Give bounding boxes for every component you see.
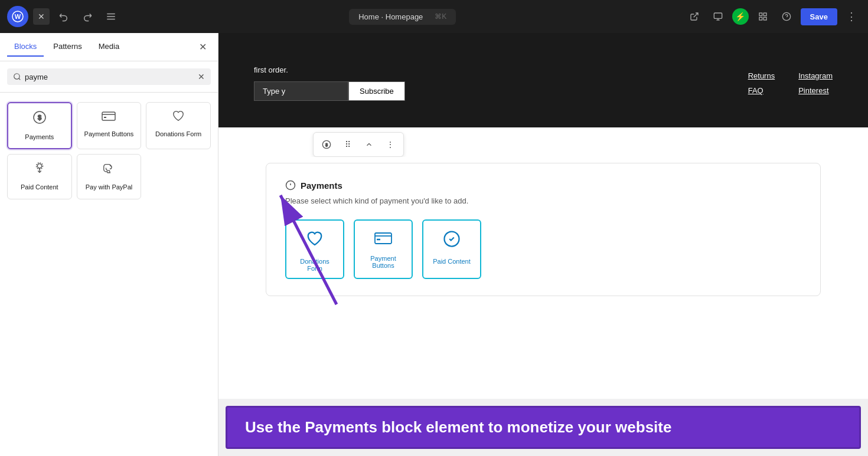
tab-patterns[interactable]: Patterns xyxy=(46,37,89,57)
svg-rect-12 xyxy=(763,17,766,20)
block-label-donations-form: Donations Form xyxy=(155,130,201,138)
toolbar-more-button[interactable]: ⋮ xyxy=(381,135,400,154)
svg-rect-11 xyxy=(759,17,762,20)
main-layout: Blocks Patterns Media ✕ ✕ $ Payments xyxy=(0,33,868,456)
page-footer-section: first order. Subscribe Returns FAQ Insta… xyxy=(218,33,868,127)
payments-block-icon xyxy=(285,180,296,191)
svg-text:W: W xyxy=(15,13,21,20)
keyboard-shortcut: ⌘K xyxy=(435,12,446,21)
svg-rect-9 xyxy=(759,13,762,16)
canvas-white-space xyxy=(218,308,868,399)
block-label-paid-content: Paid Content xyxy=(21,183,58,191)
svg-rect-6 xyxy=(714,13,722,18)
footer-link-faq[interactable]: FAQ xyxy=(748,86,775,95)
help-button[interactable] xyxy=(777,7,796,26)
svg-rect-29 xyxy=(375,233,391,244)
payment-option-payment-buttons[interactable]: Payment Buttons xyxy=(354,219,413,279)
block-label-pay-with-paypal: Pay with PayPal xyxy=(86,183,132,191)
donations-option-label: Donations Form xyxy=(293,258,336,272)
menu-button[interactable] xyxy=(102,7,120,26)
footer-col-1: Returns FAQ xyxy=(748,71,775,95)
paid-content-option-icon xyxy=(443,230,461,252)
payments-block-title: Payments xyxy=(285,180,801,191)
search-bar: ✕ xyxy=(0,61,218,93)
top-bar-right: ⚡ Save ⋮ xyxy=(685,7,861,26)
jetpack-icon: ⚡ xyxy=(732,8,749,25)
search-input-wrap: ✕ xyxy=(7,68,211,85)
toolbar-dollar-icon[interactable]: $ xyxy=(317,135,336,154)
bottom-banner-text: Use the Payments block element to moneti… xyxy=(245,418,671,437)
payment-option-paid-content[interactable]: Paid Content xyxy=(422,219,481,279)
sidebar: Blocks Patterns Media ✕ ✕ $ Payments xyxy=(0,33,218,456)
settings-panel-button[interactable] xyxy=(753,7,772,26)
payment-buttons-option-label: Payment Buttons xyxy=(362,255,404,269)
newsletter-section: first order. Subscribe xyxy=(254,65,405,101)
undo-button[interactable] xyxy=(54,7,73,26)
top-bar-left: W ✕ xyxy=(7,6,120,27)
payments-block-subtitle: Please select which kind of payment you'… xyxy=(285,196,801,205)
block-item-pay-with-paypal[interactable]: Pay with PayPal xyxy=(77,154,142,199)
tab-media[interactable]: Media xyxy=(92,37,126,57)
payment-option-donations-form[interactable]: Donations Form xyxy=(285,219,344,279)
view-button[interactable] xyxy=(709,7,727,26)
block-toolbar: $ ⠿ ⋮ xyxy=(313,132,404,157)
search-icon xyxy=(13,73,21,81)
wp-logo[interactable]: W xyxy=(7,6,28,27)
newsletter-form: Subscribe xyxy=(254,81,405,101)
redo-button[interactable] xyxy=(78,7,97,26)
donations-form-icon xyxy=(172,110,185,125)
svg-text:$: $ xyxy=(325,143,328,147)
footer-link-pinterest[interactable]: Pinterest xyxy=(798,86,833,95)
svg-line-16 xyxy=(19,78,21,80)
close-editor-button[interactable]: ✕ xyxy=(33,8,50,25)
toolbar-move-up-button[interactable] xyxy=(360,135,378,154)
search-clear-button[interactable]: ✕ xyxy=(198,72,205,81)
paid-content-option-label: Paid Content xyxy=(433,258,471,265)
footer-links: Returns FAQ Instagram Pinterest xyxy=(748,71,833,95)
toolbar-drag-handle[interactable]: ⠿ xyxy=(338,135,357,154)
block-item-paid-content[interactable]: Paid Content xyxy=(7,154,72,199)
sidebar-close-button[interactable]: ✕ xyxy=(194,39,211,55)
footer-link-instagram[interactable]: Instagram xyxy=(798,71,833,80)
paid-content-icon xyxy=(33,162,46,178)
search-input[interactable] xyxy=(25,73,194,81)
page-title: Home · Homepage xyxy=(358,12,423,21)
page-title-bar[interactable]: Home · Homepage ⌘K xyxy=(349,9,456,25)
footer-link-returns[interactable]: Returns xyxy=(748,71,775,80)
block-item-payments[interactable]: $ Payments xyxy=(7,102,72,149)
donations-option-icon xyxy=(306,230,324,252)
svg-point-22 xyxy=(37,164,41,168)
save-button[interactable]: Save xyxy=(801,8,837,25)
payment-options: Donations Form Payment Buttons xyxy=(285,219,801,279)
footer-col-2: Instagram Pinterest xyxy=(798,71,833,95)
svg-point-15 xyxy=(14,74,19,79)
newsletter-input[interactable] xyxy=(254,81,348,101)
pay-with-paypal-icon xyxy=(102,162,115,178)
more-options-button[interactable]: ⋮ xyxy=(842,7,861,26)
block-label-payments: Payments xyxy=(25,133,54,141)
payments-block-wrap: Payments Please select which kind of pay… xyxy=(218,157,868,308)
payment-buttons-icon xyxy=(102,110,116,125)
block-item-donations-form[interactable]: Donations Form xyxy=(146,102,211,149)
sidebar-tabs: Blocks Patterns Media ✕ xyxy=(0,33,218,61)
tab-blocks[interactable]: Blocks xyxy=(7,37,44,57)
payment-buttons-option-icon xyxy=(374,230,392,249)
external-link-icon[interactable] xyxy=(685,7,704,26)
canvas-area: first order. Subscribe Returns FAQ Insta… xyxy=(218,33,868,456)
blocks-grid: $ Payments Payment Buttons Donations For… xyxy=(0,93,218,209)
canvas-wrapper: first order. Subscribe Returns FAQ Insta… xyxy=(218,33,868,456)
payments-block: Payments Please select which kind of pay… xyxy=(266,163,821,296)
svg-rect-19 xyxy=(102,112,115,120)
payments-icon: $ xyxy=(32,110,47,128)
bottom-banner: Use the Payments block element to moneti… xyxy=(226,406,861,449)
svg-line-5 xyxy=(693,13,697,17)
top-bar: W ✕ Home · Homepage ⌘K ⚡ Save ⋮ xyxy=(0,0,868,33)
svg-text:$: $ xyxy=(38,114,41,121)
newsletter-subscribe-button[interactable]: Subscribe xyxy=(348,81,405,101)
svg-rect-10 xyxy=(763,13,766,16)
block-label-payment-buttons: Payment Buttons xyxy=(84,130,134,138)
block-item-payment-buttons[interactable]: Payment Buttons xyxy=(77,102,142,149)
newsletter-text: first order. xyxy=(254,65,405,74)
